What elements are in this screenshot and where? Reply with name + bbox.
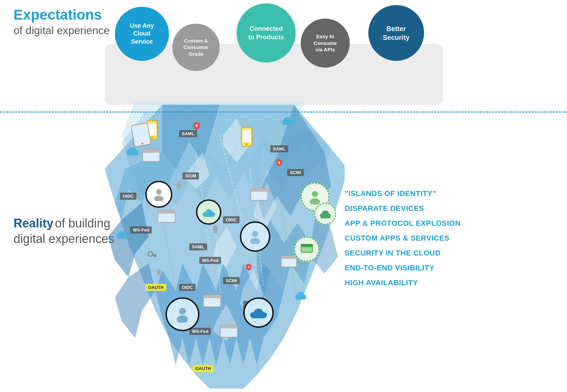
svg-rect-49 [321, 216, 330, 218]
svg-rect-100 [152, 254, 156, 255]
bubble-custom-label: Custom &ConsumerGrade [183, 38, 208, 57]
proto-wsfed-2: WS-Fed [199, 257, 221, 264]
svg-point-24 [154, 196, 164, 201]
svg-text:▼: ▼ [247, 265, 250, 269]
svg-rect-66 [281, 256, 297, 259]
svg-rect-64 [252, 192, 267, 199]
proto-oidc-3: OIDC [223, 216, 240, 223]
svg-rect-101 [155, 255, 156, 257]
svg-point-41 [312, 191, 318, 197]
cloud-circle-1 [196, 199, 221, 225]
list-item-2: DISPARATE DEVICES [345, 204, 461, 213]
proto-saml-2: SAML [189, 243, 207, 250]
bubble-better-label: BetterSecurity [383, 24, 410, 42]
svg-point-79 [128, 147, 137, 153]
green-circle-cloud-1 [314, 203, 336, 225]
browser-icon-1 [142, 149, 161, 165]
svg-rect-60 [220, 325, 238, 328]
reality-title-bold: Reality [14, 216, 53, 230]
svg-rect-52 [144, 153, 158, 160]
list-item-6: END-TO-END VISIBILITY [345, 264, 461, 272]
proto-wsfed-1: WS-Fed [130, 226, 152, 234]
svg-rect-55 [159, 214, 174, 221]
shield-warning-2: ▼ [275, 158, 283, 168]
small-cloud-2 [280, 115, 296, 126]
proto-oidc-1: OIDC [120, 193, 137, 200]
phone-icon-2 [240, 127, 253, 147]
divider-line [0, 112, 567, 113]
right-side-list: "ISLANDS OF IDENTITY" DISPARATE DEVICES … [345, 189, 461, 287]
proto-saml-3: SAML [270, 145, 288, 152]
svg-point-48 [322, 211, 329, 216]
person-circle-3 [166, 297, 199, 331]
svg-marker-9 [115, 264, 155, 338]
svg-point-23 [156, 189, 162, 195]
browser-icon-3 [203, 294, 221, 310]
key-icon-1 [147, 250, 157, 262]
svg-rect-84 [282, 122, 294, 125]
cloud-circle-2 [243, 297, 274, 328]
browser-icon-5 [250, 188, 269, 204]
svg-rect-80 [127, 153, 138, 155]
svg-point-25 [252, 231, 258, 237]
proto-wsfed-3: WS-Fed [189, 328, 211, 335]
svg-rect-44 [301, 244, 313, 246]
svg-rect-40 [252, 315, 265, 318]
page-title: Expectations [14, 7, 110, 23]
svg-rect-58 [205, 299, 219, 305]
bubble-easy-consume: Easy toConsumevia APIs [301, 19, 350, 68]
svg-point-27 [179, 308, 186, 315]
list-item-5: SECURITY IN THE CLOUD [345, 249, 461, 258]
svg-point-26 [250, 238, 260, 244]
bubble-custom-consumer: Custom &ConsumerGrade [172, 24, 220, 71]
svg-rect-92 [296, 297, 305, 299]
small-cloud-4 [294, 291, 307, 301]
proto-oidc-2: OIDC [179, 284, 196, 291]
bubble-use-any-cloud: Use AnyCloudService [115, 7, 169, 61]
gear-icon-2 [209, 223, 221, 236]
svg-rect-102 [153, 255, 155, 257]
shield-warning-1: ▼ [193, 121, 201, 132]
page-subtitle: of digital experience [14, 24, 110, 37]
svg-text:▼: ▼ [194, 123, 199, 128]
shield-warning-3: ▼ [245, 263, 252, 272]
browser-icon-2 [157, 210, 176, 226]
svg-rect-75 [133, 126, 149, 143]
proto-oauth-1: OAUTH [145, 284, 166, 291]
svg-point-42 [310, 198, 320, 204]
small-cloud-3 [115, 230, 128, 240]
gear-icon-3 [154, 267, 164, 278]
small-cloud-1 [125, 145, 140, 157]
svg-rect-67 [282, 260, 295, 266]
svg-point-70 [151, 137, 153, 139]
tablet-icon-1 [130, 122, 152, 148]
browser-icon-6 [280, 255, 297, 270]
svg-rect-51 [143, 149, 160, 153]
person-circle-1 [145, 181, 172, 208]
list-item-7: HIGH AVAILABILITY [345, 278, 461, 287]
svg-point-28 [177, 315, 188, 323]
bubble-connected-products: Connectedto Products [237, 3, 296, 63]
svg-rect-57 [203, 295, 221, 298]
svg-rect-61 [222, 329, 236, 336]
proto-scim-1: SCIM [182, 172, 199, 179]
proto-scim-2: SCIM [223, 277, 240, 284]
svg-point-73 [246, 143, 248, 145]
svg-rect-34 [204, 214, 214, 217]
svg-point-91 [297, 292, 304, 297]
bubble-use-any-label: Use AnyCloudService [130, 22, 154, 46]
list-item-3: APP & PROTOCOL EXPLOSION [345, 219, 461, 228]
list-item-4: CUSTOM APPS & SERVICES [345, 234, 461, 243]
gear-icon-1 [173, 179, 185, 192]
list-item-1: "ISLANDS OF IDENTITY" [345, 189, 461, 198]
svg-point-83 [284, 117, 292, 123]
green-circle-browser-1 [294, 237, 319, 262]
svg-rect-54 [158, 210, 175, 214]
svg-rect-45 [302, 247, 312, 252]
header-section: Expectations of digital experience [14, 7, 110, 37]
proto-scim-3: SCIM [287, 169, 304, 176]
person-circle-2 [240, 221, 270, 252]
svg-rect-63 [251, 188, 268, 192]
svg-rect-72 [243, 130, 251, 142]
bubble-easy-label: Easy toConsumevia APIs [314, 33, 337, 53]
